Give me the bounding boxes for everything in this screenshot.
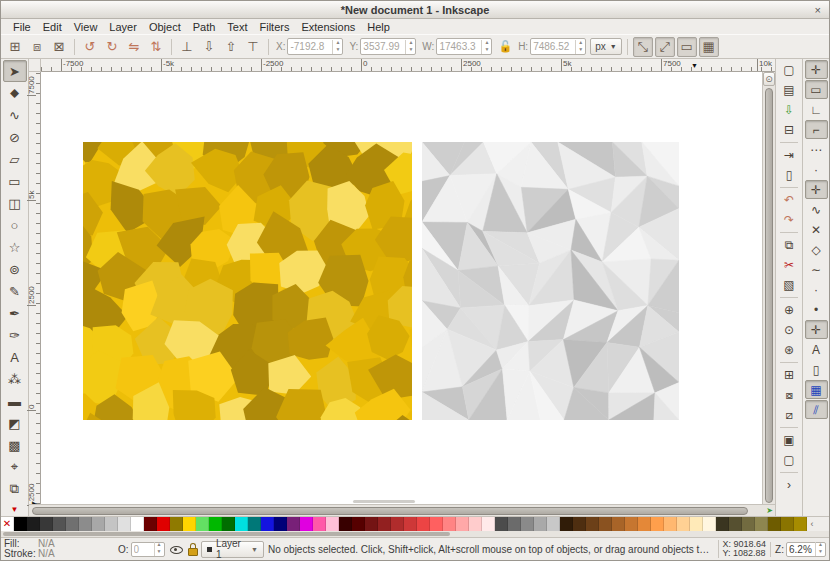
swatch-ffd194[interactable]: [677, 517, 690, 531]
swatch-ce3838[interactable]: [404, 517, 417, 531]
ellipse-tool[interactable]: ○: [3, 214, 27, 236]
width-spinner[interactable]: ▲▼: [481, 40, 491, 54]
layer-visibility-icon[interactable]: [169, 542, 182, 556]
menu-path[interactable]: Path: [187, 21, 222, 33]
swatch-4e2e10[interactable]: [573, 517, 586, 531]
swatch-8c8c8c[interactable]: [79, 517, 92, 531]
opacity-input[interactable]: [132, 544, 154, 555]
box3d-tool[interactable]: ◫: [3, 192, 27, 214]
open-document-button[interactable]: ▤: [778, 80, 801, 99]
height-input[interactable]: [531, 41, 575, 52]
snap-object-centers-toggle[interactable]: •: [805, 300, 828, 319]
swatch-8a7400[interactable]: [781, 517, 794, 531]
menu-extensions[interactable]: Extensions: [295, 21, 361, 33]
unit-selector[interactable]: px ▼: [590, 38, 622, 55]
swatch-000078[interactable]: [274, 517, 287, 531]
swatch-e000e0[interactable]: [300, 517, 313, 531]
swatch-a86428[interactable]: [612, 517, 625, 531]
undo-button[interactable]: ↶: [778, 190, 801, 209]
width-input[interactable]: [437, 41, 481, 52]
lower-to-bottom-button[interactable]: ⊥: [177, 37, 197, 57]
swatch-ffeab8[interactable]: [690, 517, 703, 531]
menu-view[interactable]: View: [68, 21, 104, 33]
swatch-8a8a8a[interactable]: [521, 517, 534, 531]
swatch-922020[interactable]: [378, 517, 391, 531]
pen-tool[interactable]: ✒: [3, 302, 27, 324]
swatch-380000[interactable]: [339, 517, 352, 531]
selector-tool[interactable]: ➤: [3, 60, 27, 82]
swatch-741414[interactable]: [365, 517, 378, 531]
snap-grid-toggle[interactable]: ▦: [805, 380, 828, 399]
menu-text[interactable]: Text: [221, 21, 253, 33]
group-button[interactable]: ▣: [778, 430, 801, 449]
snap-bbox-centers-toggle[interactable]: ·: [805, 160, 828, 179]
menu-help[interactable]: Help: [361, 21, 396, 33]
swatch-4c4c4c[interactable]: [495, 517, 508, 531]
cut-button[interactable]: ✂: [778, 255, 801, 274]
spray-tool[interactable]: ⁂: [3, 368, 27, 390]
vertical-scrollbar-thumb[interactable]: [765, 88, 773, 503]
unlink-clone-button[interactable]: ⧄: [778, 405, 801, 424]
import-button[interactable]: ⇩: [778, 100, 801, 119]
ungroup-button[interactable]: ▢: [778, 450, 801, 469]
fill-stroke-indicator[interactable]: Fill:N/A Stroke:N/A: [4, 539, 114, 559]
swatch-e48838[interactable]: [638, 517, 651, 531]
swatch-1414e0[interactable]: [261, 517, 274, 531]
raise-one-step-button[interactable]: ⇧: [221, 37, 241, 57]
swatch-545454[interactable]: [53, 517, 66, 531]
zoom-drawing-button[interactable]: ⊙: [778, 320, 801, 339]
swatch-707070[interactable]: [66, 517, 79, 531]
transform-stroke-toggle[interactable]: ⤡: [633, 37, 653, 57]
select-all-button[interactable]: ⊞: [5, 37, 25, 57]
swatch-e00000[interactable]: [157, 517, 170, 531]
swatch-ec4444[interactable]: [417, 517, 430, 531]
swatch-ffffff[interactable]: [131, 517, 144, 531]
palette-scrollbar-thumb[interactable]: [3, 532, 450, 536]
toolbox-overflow-icon[interactable]: ▼: [11, 505, 19, 514]
snap-smooth-nodes-toggle[interactable]: ∼: [805, 260, 828, 279]
swatch-8f7a00[interactable]: [170, 517, 183, 531]
swatch-ffc0d8[interactable]: [326, 517, 339, 531]
swatch-a8a8a8[interactable]: [92, 517, 105, 531]
lock-ratio-icon[interactable]: 🔓: [496, 40, 514, 53]
swatch-3a3520[interactable]: [716, 517, 729, 531]
swatch-ff8484[interactable]: [443, 517, 456, 531]
snap-guides-toggle[interactable]: ⫽: [805, 400, 828, 419]
deselect-button[interactable]: ⊠: [49, 37, 69, 57]
swatch-none[interactable]: ✕: [1, 517, 14, 531]
swatch-e0e0e0[interactable]: [118, 517, 131, 531]
close-window-button[interactable]: ×: [815, 3, 821, 17]
x-input[interactable]: [288, 41, 332, 52]
swatch-383838[interactable]: [40, 517, 53, 531]
swatch-c4c4c4[interactable]: [105, 517, 118, 531]
palette-scroll-left-button[interactable]: ‹: [807, 517, 817, 531]
export-png-button[interactable]: ⇥: [778, 145, 801, 164]
opacity-spinner[interactable]: ▲▼: [154, 542, 164, 556]
layer-lock-icon[interactable]: [186, 542, 197, 556]
swatch-ff9f4c[interactable]: [651, 517, 664, 531]
snap-enable-toggle[interactable]: ✛: [805, 60, 828, 79]
layer-selector[interactable]: Layer 1 ▼: [201, 541, 264, 558]
node-tool[interactable]: ⬥: [3, 82, 27, 104]
flip-horizontal-button[interactable]: ⇋: [124, 37, 144, 57]
swatch-8e8650[interactable]: [755, 517, 768, 531]
snap-bbox-toggle[interactable]: ▭: [805, 80, 828, 99]
star-tool[interactable]: ☆: [3, 236, 27, 258]
bucket-fill-tool[interactable]: ◩: [3, 412, 27, 434]
copy-button[interactable]: ⧉: [778, 235, 801, 254]
raise-to-top-button[interactable]: ⊤: [243, 37, 263, 57]
paste-button[interactable]: ▧: [778, 275, 801, 294]
swatch-6e5c00[interactable]: [768, 517, 781, 531]
swatch-ff6060[interactable]: [430, 517, 443, 531]
swatch-b02c2c[interactable]: [391, 517, 404, 531]
snap-bbox-edges-toggle[interactable]: ∟: [805, 100, 828, 119]
menu-filters[interactable]: Filters: [254, 21, 296, 33]
zoom-selection-button[interactable]: ⊕: [778, 300, 801, 319]
swatch-ff58a8[interactable]: [313, 517, 326, 531]
snap-nodes-toggle[interactable]: ✛: [805, 180, 828, 199]
rotate-cw-button[interactable]: ↻: [102, 37, 122, 57]
transform-pattern-toggle[interactable]: ▦: [699, 37, 719, 57]
menu-file[interactable]: File: [7, 21, 37, 33]
swatch-565030[interactable]: [729, 517, 742, 531]
menu-layer[interactable]: Layer: [103, 21, 143, 33]
